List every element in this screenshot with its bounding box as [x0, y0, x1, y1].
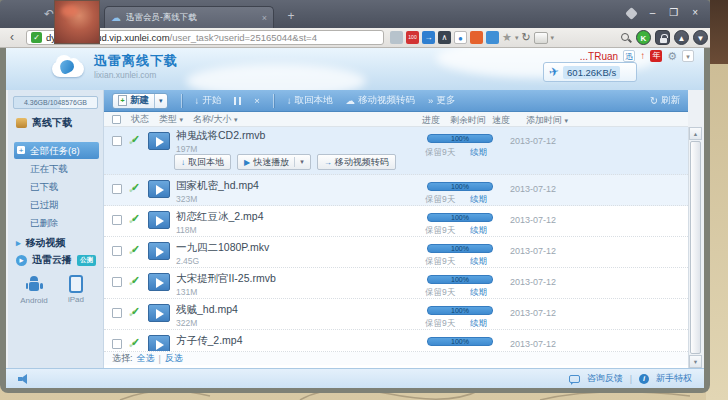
- new-task-button[interactable]: +新建 ▾: [112, 93, 168, 109]
- new-tab-button[interactable]: +: [282, 9, 300, 25]
- theme-icon[interactable]: [625, 7, 638, 20]
- maximize-button[interactable]: ❐: [669, 7, 678, 19]
- sidebar-header-offline[interactable]: 离线下载: [16, 116, 72, 130]
- search-icon[interactable]: [619, 31, 632, 44]
- select-all-checkbox[interactable]: [112, 115, 121, 124]
- video-thumbnail-icon[interactable]: [148, 242, 170, 260]
- site-identity-icon[interactable]: ✓: [31, 32, 42, 43]
- gear-icon[interactable]: ⚙: [667, 50, 677, 62]
- task-renew-link[interactable]: 续期: [470, 318, 487, 330]
- task-row[interactable]: ✓ 大宋提刑官II-25.rmvb 131M 100% 保留9天 续期 2013…: [104, 268, 688, 299]
- reload-icon[interactable]: ↻: [521, 31, 530, 44]
- task-row[interactable]: ✓ 一九四二1080P.mkv 2.45G 100% 保留9天 续期 2013-…: [104, 237, 688, 268]
- back-button[interactable]: ‹: [10, 30, 14, 44]
- device-ipad[interactable]: iPad: [56, 274, 96, 304]
- device-android[interactable]: Android: [14, 274, 54, 305]
- task-filename[interactable]: 一九四二1080P.mkv: [176, 241, 411, 255]
- retrieve-local-button[interactable]: ↓ 取回本地: [287, 94, 333, 107]
- task-checkbox[interactable]: [112, 184, 122, 194]
- filter-name-size[interactable]: 名称/大小 ▾: [193, 113, 238, 126]
- sidebar-header-cloud-play[interactable]: ▶ 迅雷云播 公测: [16, 253, 96, 267]
- lock-icon[interactable]: [655, 30, 670, 45]
- download-speed-widget[interactable]: ✈ 601.26KB/s: [543, 62, 637, 82]
- task-filename[interactable]: 大宋提刑官II-25.rmvb: [176, 272, 411, 286]
- video-thumbnail-icon[interactable]: [148, 132, 170, 150]
- mobile-transcode-button[interactable]: ☁ 移动视频转码: [346, 94, 416, 107]
- close-button[interactable]: ×: [692, 7, 698, 19]
- row-transcode-button[interactable]: →移动视频转码: [317, 154, 396, 170]
- task-renew-link[interactable]: 续期: [470, 147, 487, 159]
- task-checkbox[interactable]: [112, 136, 122, 146]
- more-button[interactable]: » 更多: [428, 94, 455, 107]
- task-checkbox[interactable]: [112, 308, 122, 318]
- task-checkbox[interactable]: [112, 246, 122, 256]
- annual-vip-badge-icon[interactable]: 年: [650, 50, 662, 62]
- task-renew-link[interactable]: 续期: [470, 194, 487, 206]
- page-tool-icon[interactable]: [534, 32, 548, 44]
- video-thumbnail-icon[interactable]: [148, 180, 170, 198]
- task-filename[interactable]: 神鬼战将CD2.rmvb: [176, 129, 411, 143]
- vip-badge-icon[interactable]: 迅: [623, 50, 635, 62]
- minimize-button[interactable]: –: [650, 7, 656, 19]
- extension-icon[interactable]: [390, 31, 403, 44]
- pause-button[interactable]: [234, 97, 241, 105]
- scroll-up-button[interactable]: ▲: [674, 30, 689, 45]
- task-renew-link[interactable]: 续期: [470, 256, 487, 268]
- scrollbar-down-icon[interactable]: ▼: [689, 355, 702, 368]
- user-menu-caret-icon[interactable]: ▾: [682, 50, 694, 62]
- feedback-link[interactable]: 咨询反馈: [587, 372, 623, 385]
- task-row[interactable]: ✓ 国家机密_hd.mp4 323M 100% 保留9天 续期 2013-07-…: [104, 175, 688, 206]
- extension-arrow-icon[interactable]: →: [422, 31, 435, 44]
- desktop-photo-icon[interactable]: [54, 0, 100, 44]
- task-row[interactable]: ✓ 初恋红豆冰_2.mp4 118M 100% 保留9天 续期 2013-07-…: [104, 206, 688, 237]
- upgrade-arrow-icon[interactable]: ↑: [640, 50, 645, 62]
- page-tool-caret-icon[interactable]: ▾: [551, 34, 555, 42]
- task-row[interactable]: ✓ 神鬼战将CD2.rmvb 197M 100% 保留9天 续期 2013-07…: [104, 127, 688, 175]
- task-filename[interactable]: 方子传_2.mp4: [176, 334, 411, 348]
- scrollbar-up-icon[interactable]: ▲: [689, 127, 702, 140]
- task-filename[interactable]: 残贼_hd.mp4: [176, 303, 411, 317]
- refresh-button[interactable]: ↻ 刷新: [650, 94, 680, 107]
- task-checkbox[interactable]: [112, 339, 122, 349]
- task-filename[interactable]: 国家机密_hd.mp4: [176, 179, 411, 193]
- extension-chevron-icon[interactable]: ∧: [438, 31, 451, 44]
- expand-plus-icon[interactable]: +: [17, 146, 25, 154]
- extension-drop-icon[interactable]: ●: [454, 31, 467, 44]
- undo-arrow-icon[interactable]: ↶: [44, 7, 54, 21]
- select-all-link[interactable]: 全选: [137, 352, 155, 365]
- green-addon-button[interactable]: K: [636, 30, 651, 45]
- bookmark-caret-icon[interactable]: ▾: [515, 34, 519, 42]
- task-row[interactable]: ✓ 方子传_2.mp4 100% 2013-07-12: [104, 330, 688, 352]
- video-thumbnail-icon[interactable]: [148, 304, 170, 322]
- sidebar-item-deleted[interactable]: 已删除: [14, 214, 99, 231]
- task-checkbox[interactable]: [112, 215, 122, 225]
- browser-tab[interactable]: ☁ 迅雷会员-离线下载 ×: [104, 6, 274, 28]
- xunlei-logo[interactable]: 迅雷离线下载 lixian.xunlei.com: [50, 52, 178, 80]
- delete-button[interactable]: ×: [254, 95, 260, 106]
- task-filename[interactable]: 初恋红豆冰_2.mp4: [176, 210, 411, 224]
- video-thumbnail-icon[interactable]: [148, 273, 170, 291]
- filter-type[interactable]: 类型 ▾: [159, 113, 183, 126]
- task-renew-link[interactable]: 续期: [470, 287, 487, 299]
- username[interactable]: ...TRuan: [580, 51, 618, 62]
- video-thumbnail-icon[interactable]: [148, 335, 170, 352]
- filter-status[interactable]: 状态: [131, 113, 149, 126]
- sidebar-item-expired[interactable]: 已过期: [14, 196, 99, 213]
- scroll-down-button[interactable]: ▼: [693, 30, 708, 45]
- row-quick-play-button[interactable]: ▶快速播放▾: [237, 154, 311, 170]
- list-scrollbar[interactable]: ▲ ▼: [688, 127, 702, 368]
- start-button[interactable]: ↓ 开始: [195, 94, 222, 107]
- row-retrieve-button[interactable]: ↓取回本地: [174, 154, 231, 170]
- caret-down-icon[interactable]: ▾: [300, 158, 304, 166]
- scrollbar-thumb[interactable]: [690, 141, 701, 354]
- extension-badge-icon[interactable]: 100: [406, 31, 419, 44]
- bookmark-star-icon[interactable]: ★: [502, 31, 512, 44]
- sidebar-item-downloaded[interactable]: 已下载: [14, 178, 99, 195]
- announcement-speaker-icon[interactable]: [18, 374, 32, 384]
- extension-grid-icon[interactable]: [470, 31, 483, 44]
- task-renew-link[interactable]: 续期: [470, 225, 487, 237]
- sidebar-header-mobile-video[interactable]: ▸ 移动视频: [16, 236, 66, 250]
- sidebar-item-all-tasks[interactable]: + 全部任务(8): [14, 142, 99, 159]
- video-thumbnail-icon[interactable]: [148, 211, 170, 229]
- invert-select-link[interactable]: 反选: [165, 352, 183, 365]
